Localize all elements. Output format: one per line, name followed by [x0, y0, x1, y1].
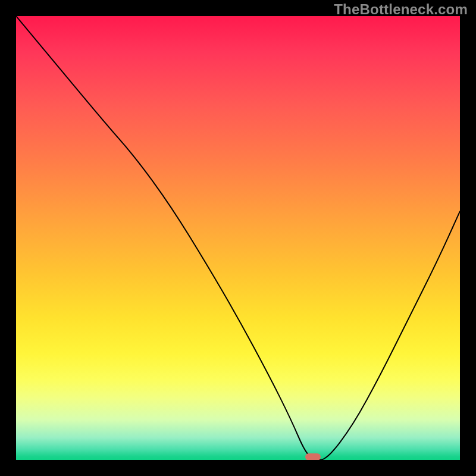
curve-path — [16, 16, 460, 460]
chart-frame: TheBottleneck.com — [0, 0, 476, 476]
plot-area — [16, 16, 460, 460]
optimal-marker — [305, 453, 321, 460]
watermark-text: TheBottleneck.com — [334, 1, 468, 18]
bottleneck-curve — [16, 16, 460, 460]
